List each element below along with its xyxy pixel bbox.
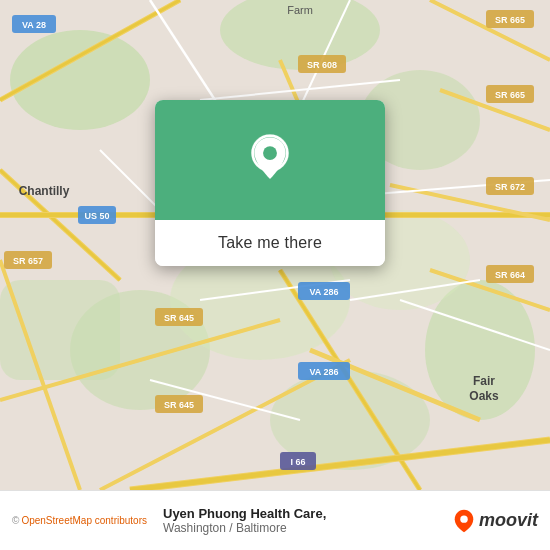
svg-text:SR 665: SR 665	[495, 90, 525, 100]
svg-text:Fair: Fair	[473, 374, 495, 388]
svg-text:Farm: Farm	[287, 4, 313, 16]
svg-text:VA 28: VA 28	[22, 20, 46, 30]
svg-text:SR 608: SR 608	[307, 60, 337, 70]
svg-text:VA 286: VA 286	[309, 367, 338, 377]
copyright-symbol: ©	[12, 515, 19, 526]
svg-text:Chantilly: Chantilly	[19, 184, 70, 198]
map-container: VA 28 SR 665 SR 665 SR 608 US 50 SR 657 …	[0, 0, 550, 490]
svg-text:SR 657: SR 657	[13, 256, 43, 266]
svg-point-71	[460, 515, 467, 522]
svg-text:I 66: I 66	[290, 457, 305, 467]
place-region: Washington / Baltimore	[163, 521, 445, 535]
moovit-text: moovit	[479, 510, 538, 531]
popup-icon-area	[155, 100, 385, 220]
svg-text:VA 286: VA 286	[309, 287, 338, 297]
svg-text:SR 645: SR 645	[164, 313, 194, 323]
svg-text:SR 664: SR 664	[495, 270, 525, 280]
svg-text:Oaks: Oaks	[469, 389, 499, 403]
svg-text:SR 645: SR 645	[164, 400, 194, 410]
moovit-logo: moovit	[453, 508, 538, 534]
svg-text:SR 672: SR 672	[495, 182, 525, 192]
location-pin-icon	[244, 134, 296, 186]
svg-point-70	[263, 146, 277, 160]
bottom-bar: © OpenStreetMap contributors Uyen Phuong…	[0, 490, 550, 550]
take-me-there-button[interactable]: Take me there	[155, 220, 385, 266]
osm-attribution[interactable]: OpenStreetMap contributors	[21, 515, 147, 526]
popup-card: Take me there	[155, 100, 385, 266]
place-info: Uyen Phuong Health Care, Washington / Ba…	[163, 506, 445, 535]
moovit-pin-icon	[453, 508, 475, 534]
svg-text:SR 665: SR 665	[495, 15, 525, 25]
svg-text:US 50: US 50	[84, 211, 109, 221]
place-name: Uyen Phuong Health Care,	[163, 506, 445, 521]
svg-rect-7	[0, 280, 120, 380]
